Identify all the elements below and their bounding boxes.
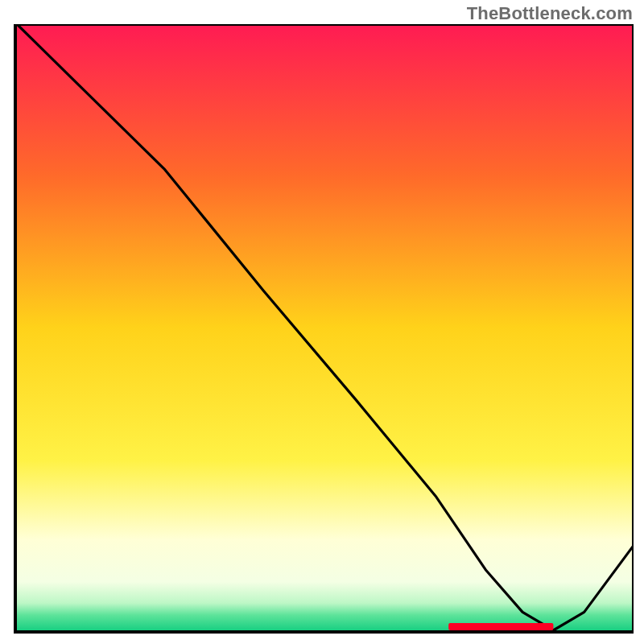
chart-stage: TheBottleneck.com (0, 0, 644, 644)
optimal-range-marker (448, 623, 553, 630)
plot-area (14, 24, 634, 634)
watermark-text: TheBottleneck.com (467, 3, 633, 24)
plot-svg (17, 24, 634, 630)
